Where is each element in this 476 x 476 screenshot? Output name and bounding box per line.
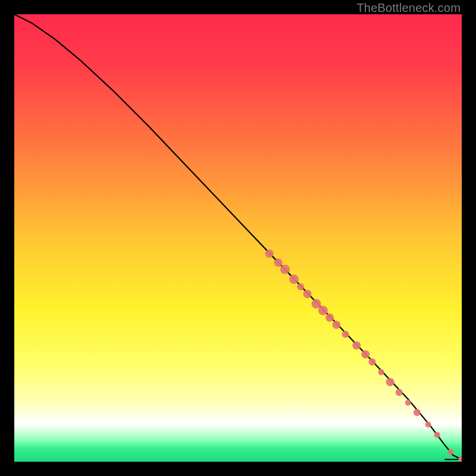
marker-point xyxy=(405,400,411,406)
marker-point xyxy=(386,378,394,386)
bottleneck-chart xyxy=(14,14,462,462)
marker-point xyxy=(325,314,334,322)
watermark-text: TheBottleneck.com xyxy=(356,1,461,15)
marker-point xyxy=(369,358,376,365)
marker-point xyxy=(414,409,421,416)
marker-point xyxy=(342,331,349,338)
marker-point xyxy=(434,432,440,438)
marker-point xyxy=(280,265,290,274)
marker-point xyxy=(396,389,403,396)
marker-point xyxy=(352,341,361,349)
marker-point xyxy=(425,422,431,428)
marker-point xyxy=(303,290,312,298)
marker-point xyxy=(332,321,340,329)
marker-point xyxy=(361,350,369,359)
marker-point xyxy=(378,369,384,375)
marker-point xyxy=(318,306,328,315)
marker-point xyxy=(447,449,453,455)
marker-point xyxy=(265,249,274,258)
chart-frame xyxy=(14,14,462,462)
marker-point xyxy=(289,274,299,284)
marker-point xyxy=(274,258,283,267)
marker-point xyxy=(297,283,304,290)
gradient-background xyxy=(14,14,462,462)
marker-point xyxy=(312,299,321,309)
